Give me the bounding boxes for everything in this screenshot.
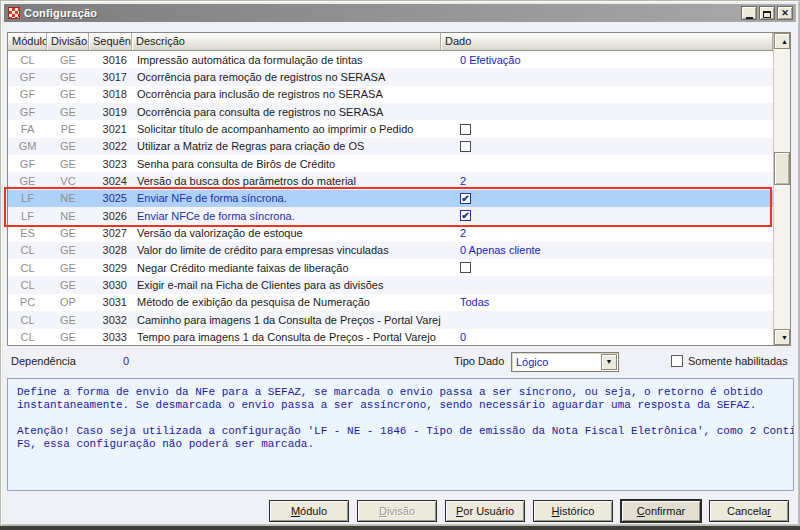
header-divisao[interactable]: Divisão bbox=[47, 33, 89, 50]
config-table: Módulo Divisão Sequência Descrição Dado … bbox=[7, 32, 791, 346]
cell-dado: 0 Apenas cliente bbox=[441, 244, 773, 256]
dado-checkbox-unchecked[interactable] bbox=[460, 262, 471, 273]
table-row[interactable]: GFGE3019Ocorrência para consulta de regi… bbox=[8, 103, 773, 120]
button-row: MóduloDivisãoPor UsuárioHistóricoConfirm… bbox=[1, 500, 800, 524]
cell-sequencia: 3032 bbox=[89, 314, 132, 326]
cell-descricao: Enviar NFCe de forma síncrona. bbox=[132, 210, 441, 222]
cell-descricao: Ocorrência para consulta de registros no… bbox=[132, 106, 441, 118]
table-row[interactable]: PCOP3031Método de exibição da pesquisa d… bbox=[8, 294, 773, 311]
table-row[interactable]: CLGE3029Negar Crédito mediante faixas de… bbox=[8, 259, 773, 276]
vertical-scrollbar[interactable]: ▲ ▼ bbox=[773, 33, 790, 345]
confirm-button[interactable]: Confirmar bbox=[621, 500, 701, 522]
dado-checkbox-unchecked[interactable] bbox=[460, 141, 471, 152]
cell-descricao: Versão da valorização de estoque bbox=[132, 227, 441, 239]
cell-sequencia: 3024 bbox=[89, 175, 132, 187]
cell-descricao: Impressão automática da formulação de ti… bbox=[132, 54, 441, 66]
table-row[interactable]: ESGE3027Versão da valorização de estoque… bbox=[8, 224, 773, 241]
header-dado[interactable]: Dado bbox=[441, 33, 773, 50]
table-row[interactable]: CLGE3032Caminho para imagens 1 da Consul… bbox=[8, 311, 773, 328]
table-row[interactable]: LFNE3025Enviar NFe de forma síncrona.✔ bbox=[8, 190, 773, 207]
table-row[interactable]: GMGE3022Utilizar a Matriz de Regras para… bbox=[8, 138, 773, 155]
cell-divisao: GE bbox=[47, 331, 89, 343]
cell-divisao: VC bbox=[47, 175, 89, 187]
cell-sequencia: 3031 bbox=[89, 296, 132, 308]
cell-sequencia: 3030 bbox=[89, 279, 132, 291]
cell-divisao: GE bbox=[47, 244, 89, 256]
cell-modulo: CL bbox=[8, 331, 47, 343]
scroll-up-button[interactable]: ▲ bbox=[774, 33, 790, 49]
scrollbar-thumb[interactable] bbox=[774, 152, 790, 185]
somente-habilitadas-checkbox[interactable] bbox=[671, 355, 683, 367]
cell-modulo: GF bbox=[8, 158, 47, 170]
minimize-button[interactable] bbox=[741, 6, 757, 20]
scroll-down-button[interactable]: ▼ bbox=[774, 329, 790, 345]
cell-descricao: Ocorrência para inclusão de registros no… bbox=[132, 88, 441, 100]
chevron-down-icon[interactable]: ▼ bbox=[601, 354, 617, 370]
header-sequencia[interactable]: Sequência bbox=[89, 33, 132, 50]
maximize-icon bbox=[763, 11, 771, 18]
dado-checkbox-unchecked[interactable] bbox=[460, 124, 471, 135]
table-row[interactable]: LFNE3026Enviar NFCe de forma síncrona.✔ bbox=[8, 207, 773, 224]
cell-descricao: Método de exibição da pesquisa de Numera… bbox=[132, 296, 441, 308]
cell-sequencia: 3019 bbox=[89, 106, 132, 118]
dependencia-value: 0 bbox=[123, 355, 129, 367]
cell-dado: ✔ bbox=[441, 210, 773, 221]
history-button[interactable]: Histórico bbox=[533, 500, 613, 522]
cell-dado bbox=[441, 124, 773, 135]
by-user-button[interactable]: Por Usuário bbox=[445, 500, 525, 522]
chevron-down-icon: ▼ bbox=[781, 334, 788, 341]
header-descricao[interactable]: Descrição bbox=[132, 33, 441, 50]
cell-descricao: Tempo para imagens 1 da Consulta de Preç… bbox=[132, 331, 441, 343]
header-modulo[interactable]: Módulo bbox=[8, 33, 47, 50]
table-row[interactable]: GEVC3024Versão da busca dos parâmetros d… bbox=[8, 172, 773, 189]
cell-modulo: PC bbox=[8, 296, 47, 308]
table-row[interactable]: GFGE3023Senha para consulta de Birôs de … bbox=[8, 155, 773, 172]
description-line bbox=[17, 412, 793, 425]
table-row[interactable]: CLGE3016Impressão automática da formulaç… bbox=[8, 51, 773, 68]
cell-sequencia: 3017 bbox=[89, 71, 132, 83]
cell-modulo: GE bbox=[8, 175, 47, 187]
cell-descricao: Caminho para imagens 1 da Consulta de Pr… bbox=[132, 314, 441, 326]
cell-descricao: Senha para consulta de Birôs de Crédito bbox=[132, 158, 441, 170]
cancel-button[interactable]: Cancelar bbox=[709, 500, 789, 522]
table-header: Módulo Divisão Sequência Descrição Dado bbox=[8, 33, 773, 51]
cell-descricao: Valor do limite de crédito para empresas… bbox=[132, 244, 441, 256]
module-button[interactable]: Módulo bbox=[269, 500, 349, 522]
meta-row: Dependência 0 Tipo Dado Lógico ▼ Somente… bbox=[1, 349, 800, 377]
cell-sequencia: 3026 bbox=[89, 210, 132, 222]
table-row[interactable]: CLGE3028Valor do limite de crédito para … bbox=[8, 242, 773, 259]
cell-divisao: GE bbox=[47, 140, 89, 152]
table-body: CLGE3016Impressão automática da formulaç… bbox=[8, 51, 773, 345]
titlebar[interactable]: Configuração ✕ bbox=[4, 4, 796, 22]
cell-sequencia: 3018 bbox=[89, 88, 132, 100]
cell-descricao: Ocorrência para remoção de registros no … bbox=[132, 71, 441, 83]
minimize-icon bbox=[746, 17, 753, 19]
table-row[interactable]: GFGE3017Ocorrência para remoção de regis… bbox=[8, 68, 773, 85]
cell-modulo: GF bbox=[8, 71, 47, 83]
cell-modulo: GF bbox=[8, 106, 47, 118]
cell-sequencia: 3027 bbox=[89, 227, 132, 239]
table-row[interactable]: GFGE3018Ocorrência para inclusão de regi… bbox=[8, 86, 773, 103]
chevron-up-icon: ▲ bbox=[781, 38, 788, 45]
table-row[interactable]: CLGE3033Tempo para imagens 1 da Consulta… bbox=[8, 329, 773, 346]
dado-checkbox-checked[interactable]: ✔ bbox=[460, 193, 471, 204]
cell-sequencia: 3016 bbox=[89, 54, 132, 66]
cell-sequencia: 3023 bbox=[89, 158, 132, 170]
description-line: FS, essa configuração não poderá ser mar… bbox=[17, 438, 793, 451]
cell-divisao: GE bbox=[47, 314, 89, 326]
maximize-button[interactable] bbox=[759, 6, 775, 20]
table-row[interactable]: FAPE3021Solicitar título de acompanhamen… bbox=[8, 120, 773, 137]
close-icon: ✕ bbox=[781, 8, 789, 18]
cell-dado: 0 bbox=[441, 331, 773, 343]
cell-sequencia: 3029 bbox=[89, 262, 132, 274]
cell-descricao: Versão da busca dos parâmetros do materi… bbox=[132, 175, 441, 187]
dado-value: Todas bbox=[460, 296, 489, 308]
cell-dado: 0 Efetivação bbox=[441, 54, 773, 66]
cell-divisao: OP bbox=[47, 296, 89, 308]
division-button[interactable]: Divisão bbox=[357, 500, 437, 522]
close-button[interactable]: ✕ bbox=[777, 6, 793, 20]
table-row[interactable]: CLGE3030Exigir e-mail na Ficha de Client… bbox=[8, 276, 773, 293]
cell-divisao: GE bbox=[47, 262, 89, 274]
dado-checkbox-checked[interactable]: ✔ bbox=[460, 210, 471, 221]
tipo-dado-select[interactable]: Lógico ▼ bbox=[511, 352, 619, 372]
